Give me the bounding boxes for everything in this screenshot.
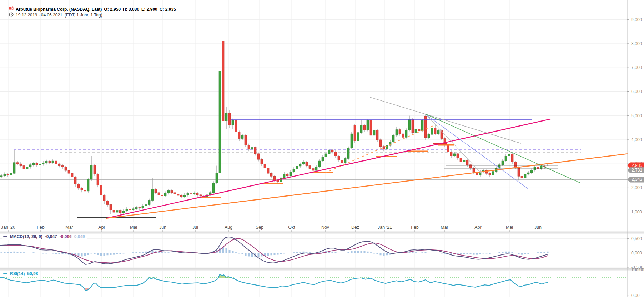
rsi-value: 50,98 bbox=[27, 271, 38, 276]
svg-text:2,935: 2,935 bbox=[632, 163, 642, 168]
svg-text:Apr: Apr bbox=[474, 225, 481, 230]
timeframe-label[interactable]: (EDT, 1 Jahr, 1 Tag) bbox=[65, 13, 102, 18]
svg-text:Mai: Mai bbox=[506, 225, 513, 230]
macd-swatch-icon bbox=[3, 236, 7, 237]
svg-text:Apr: Apr bbox=[98, 225, 105, 230]
macd-histogram-value: 0,049 bbox=[74, 234, 85, 239]
svg-text:4,000: 4,000 bbox=[631, 137, 642, 142]
rsi-legend[interactable]: RSI(14) 50,98 bbox=[2, 271, 40, 277]
ohlc-high: H: 3,030 bbox=[123, 7, 139, 12]
rsi-swatch-icon bbox=[3, 273, 7, 274]
svg-text:5,000: 5,000 bbox=[631, 113, 642, 118]
svg-text:8,000: 8,000 bbox=[631, 41, 642, 46]
svg-text:9,000: 9,000 bbox=[631, 17, 642, 22]
charting-app: 9,0008,0007,0006,0005,0004,0003,0002,000… bbox=[0, 0, 644, 297]
macd-legend[interactable]: MACD(12, 26, 9) -0,047 -0,096 0,049 bbox=[2, 234, 87, 240]
rsi-label: RSI(14) bbox=[10, 271, 25, 276]
svg-text:Jul: Jul bbox=[192, 225, 198, 230]
svg-text:0,00: 0,00 bbox=[631, 293, 640, 297]
clock-icon bbox=[2, 7, 14, 23]
svg-text:0,000: 0,000 bbox=[631, 251, 642, 256]
svg-text:Dez: Dez bbox=[351, 225, 359, 230]
macd-value: -0,047 bbox=[45, 234, 57, 239]
macd-label: MACD(12, 26, 9) bbox=[10, 234, 42, 239]
svg-text:Mär: Mär bbox=[441, 225, 448, 230]
svg-text:Okt: Okt bbox=[288, 225, 295, 230]
svg-text:Nov: Nov bbox=[321, 225, 329, 230]
svg-text:Mai: Mai bbox=[130, 225, 137, 230]
svg-text:0,500: 0,500 bbox=[631, 236, 642, 241]
svg-text:100,00: 100,00 bbox=[631, 267, 644, 272]
ohlc-open: O: 2,950 bbox=[104, 7, 121, 12]
svg-text:Jan '20: Jan '20 bbox=[1, 225, 15, 230]
price-badges: 2,9352,7312,343 bbox=[627, 163, 644, 183]
svg-text:7,000: 7,000 bbox=[631, 65, 642, 70]
chart-canvas[interactable]: 9,0008,0007,0006,0005,0004,0003,0002,000… bbox=[0, 0, 644, 297]
svg-text:1,000: 1,000 bbox=[631, 209, 642, 214]
svg-text:Feb: Feb bbox=[411, 225, 419, 230]
svg-text:Aug: Aug bbox=[225, 225, 232, 230]
svg-text:Feb: Feb bbox=[37, 225, 45, 230]
svg-text:Jan '21: Jan '21 bbox=[378, 225, 392, 230]
svg-text:Sep: Sep bbox=[256, 225, 263, 230]
svg-text:2,343: 2,343 bbox=[632, 177, 642, 182]
svg-text:Mär: Mär bbox=[65, 225, 73, 230]
svg-text:Jun: Jun bbox=[534, 225, 542, 230]
macd-signal-value: -0,096 bbox=[60, 234, 72, 239]
svg-text:6,000: 6,000 bbox=[631, 89, 642, 94]
svg-text:2,000: 2,000 bbox=[631, 185, 642, 190]
svg-text:2,731: 2,731 bbox=[632, 168, 642, 173]
ohlc-low: L: 2,900 bbox=[141, 7, 157, 12]
ohlc-close: C: 2,935 bbox=[160, 7, 176, 12]
date-range[interactable]: 19.12.2019 - 04.06.2021 bbox=[16, 13, 62, 18]
date-range-row: 19.12.2019 - 04.06.2021 (EDT, 1 Jahr, 1 … bbox=[2, 7, 102, 23]
svg-text:Jun: Jun bbox=[159, 225, 166, 230]
